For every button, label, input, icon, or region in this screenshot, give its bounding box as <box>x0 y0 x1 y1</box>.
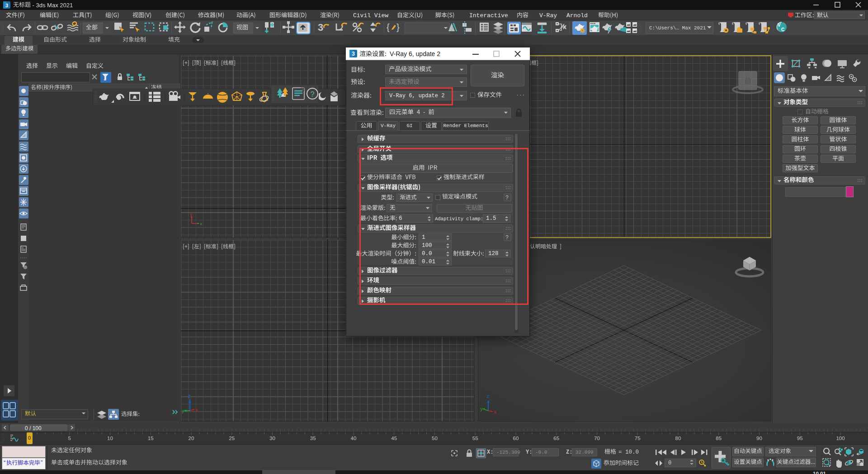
svg-text:z: z <box>486 394 489 399</box>
svg-text:x: x <box>200 222 202 227</box>
svg-text:x: x <box>494 410 496 413</box>
svg-text:3: 3 <box>318 22 323 33</box>
svg-text:?: ? <box>310 90 314 99</box>
svg-text:C: C <box>781 27 784 32</box>
svg-text:x: x <box>195 408 198 413</box>
svg-text:前: 前 <box>745 77 751 85</box>
svg-text:{: { <box>387 22 390 32</box>
svg-text:Z: Z <box>188 394 191 399</box>
svg-text:}: } <box>396 22 400 32</box>
svg-text:V: V <box>778 23 781 28</box>
svg-text:y: y <box>480 407 483 412</box>
svg-text:3: 3 <box>5 3 8 8</box>
svg-text:y: y <box>182 409 184 413</box>
svg-text:3: 3 <box>352 51 355 57</box>
svg-text:y: y <box>190 213 193 217</box>
